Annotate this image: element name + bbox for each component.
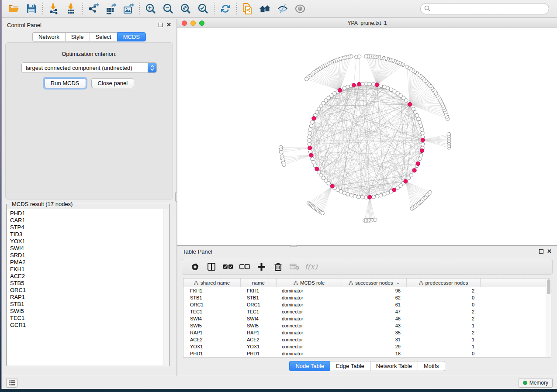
clone-network-icon[interactable]	[239, 1, 256, 16]
mcds-result-item[interactable]: RAP1	[10, 294, 169, 301]
mcds-result-item[interactable]: SRD1	[10, 252, 169, 259]
zoom-out-icon[interactable]	[159, 1, 177, 16]
cell-MCDS-role: dominator	[277, 295, 342, 300]
mcds-result-group: MCDS result (17 nodes) PHD1CAR1STP4TID3Y…	[6, 204, 170, 366]
export-network-icon[interactable]	[85, 1, 102, 16]
table-scrollbar-thumb[interactable]	[547, 279, 550, 294]
cell-shared-name: FKH1	[183, 288, 241, 293]
table-row[interactable]: PHD1PHD1dominator180	[183, 350, 551, 357]
column-header-name[interactable]: name	[241, 279, 277, 287]
function-builder-icon[interactable]: f(x)	[303, 260, 319, 273]
settings-gear-icon[interactable]	[187, 260, 203, 273]
mcds-result-item[interactable]: FKH1	[10, 266, 169, 273]
network-graph[interactable]	[177, 28, 557, 245]
mcds-result-list[interactable]: PHD1CAR1STP4TID3YOX1SWI4SRD1PMA2FKH1ACE2…	[7, 209, 169, 365]
table-row[interactable]: TEC1TEC1connector472	[183, 308, 551, 315]
cell-predecessor-nodes: 1	[407, 344, 481, 349]
mcds-result-item[interactable]: CAR1	[10, 217, 169, 224]
close-panel-icon[interactable]: ✕	[166, 23, 171, 27]
column-header-predecessor-nodes[interactable]: predecessor nodes	[407, 279, 481, 287]
add-column-icon[interactable]	[253, 260, 270, 273]
tab-motifs[interactable]: Motifs	[418, 361, 445, 371]
tab-style[interactable]: Style	[65, 32, 90, 41]
close-table-panel-icon[interactable]: ✕	[547, 249, 552, 254]
table-row[interactable]: RAP1RAP1dominator352	[183, 329, 551, 336]
delete-table-icon[interactable]	[286, 260, 303, 273]
cell-successor-nodes: 47	[342, 309, 407, 314]
mcds-result-item[interactable]: PHD1	[10, 210, 169, 217]
network-window-titlebar[interactable]: YPA_prune.txt_1	[177, 19, 557, 28]
open-file-icon[interactable]	[5, 1, 23, 16]
zoom-selected-icon[interactable]	[194, 1, 212, 16]
search-input[interactable]	[420, 3, 549, 14]
table-row[interactable]: SWI4SWI4dominator462	[183, 315, 551, 322]
mcds-result-item[interactable]: SWI5	[10, 308, 169, 315]
mcds-result-item[interactable]: ACE2	[10, 273, 169, 280]
mcds-result-item[interactable]: ORC1	[10, 287, 169, 294]
hide-panel-icon[interactable]	[274, 1, 291, 16]
network-overview-icon[interactable]	[256, 1, 274, 16]
cell-successor-nodes: 31	[342, 337, 407, 342]
network-canvas[interactable]	[177, 28, 557, 245]
export-image-icon[interactable]	[120, 1, 137, 16]
table-row[interactable]: FKH1FKH1dominator962	[183, 287, 551, 294]
column-header-shared-name[interactable]: shared name	[183, 279, 241, 287]
tab-network[interactable]: Network	[32, 32, 65, 41]
tab-select[interactable]: Select	[90, 32, 117, 41]
import-network-icon[interactable]	[45, 1, 62, 16]
export-table-icon[interactable]	[102, 1, 120, 16]
close-panel-button[interactable]: Close panel	[91, 78, 135, 88]
table-row[interactable]: ORC1ORC1dominator610	[183, 301, 551, 308]
tab-network-table[interactable]: Network Table	[370, 361, 418, 371]
cell-predecessor-nodes: 0	[407, 351, 481, 356]
cell-successor-nodes: 29	[342, 344, 407, 349]
zoom-fit-icon[interactable]	[177, 1, 194, 16]
column-header-successor-nodes[interactable]: successor nodes⌄	[342, 279, 407, 287]
run-mcds-button[interactable]: Run MCDS	[44, 78, 86, 88]
table-row[interactable]: STB1STB1dominator620	[183, 294, 551, 301]
refresh-layout-icon[interactable]	[217, 1, 234, 16]
import-table-icon[interactable]	[62, 1, 80, 16]
float-table-panel-icon[interactable]	[539, 249, 543, 254]
columns-icon[interactable]	[203, 260, 220, 273]
tab-mcds[interactable]: MCDS	[117, 32, 146, 41]
optimization-criterion-select[interactable]: largest connected component (undirected)	[21, 62, 157, 73]
toolbar-separator	[236, 3, 237, 15]
table-row[interactable]: SWI5SWI5connector431	[183, 322, 551, 329]
memory-button[interactable]: Memory	[519, 378, 553, 388]
cell-name: YOX1	[241, 344, 277, 349]
show-panel-icon[interactable]	[291, 1, 309, 16]
mcds-result-item[interactable]: TID3	[10, 231, 169, 238]
memory-label: Memory	[529, 380, 548, 386]
network-window-title: YPA_prune.txt_1	[177, 20, 557, 26]
table-row[interactable]: YOX1YOX1connector291	[183, 343, 551, 350]
save-icon[interactable]	[23, 1, 40, 16]
float-panel-icon[interactable]	[159, 23, 163, 27]
mcds-list-scrollbar[interactable]	[163, 209, 169, 365]
mcds-result-item[interactable]: SWI4	[10, 245, 169, 252]
cell-predecessor-nodes: 2	[407, 309, 481, 314]
tab-node-table[interactable]: Node Table	[289, 361, 330, 371]
mcds-result-item[interactable]: STB5	[10, 280, 169, 287]
cell-shared-name: SWI5	[183, 323, 241, 328]
node-table: shared namenameMCDS rolesuccessor nodes⌄…	[183, 278, 551, 358]
mcds-result-item[interactable]: PMA2	[10, 259, 169, 266]
table-splitter-grip[interactable]	[290, 245, 297, 247]
table-toolbar: f(x)	[182, 259, 553, 275]
mcds-result-item[interactable]: STP4	[10, 224, 169, 231]
select-all-icon[interactable]	[220, 260, 236, 273]
mcds-result-item[interactable]: GCR1	[10, 322, 169, 329]
table-scrollbar[interactable]	[546, 279, 551, 357]
mcds-result-item[interactable]: TEC1	[10, 315, 169, 322]
mcds-result-item[interactable]: STB1	[10, 301, 169, 308]
task-history-icon[interactable]	[6, 378, 17, 388]
delete-icon[interactable]	[270, 260, 286, 273]
column-header-MCDS-role[interactable]: MCDS role	[277, 279, 342, 287]
deselect-all-icon[interactable]	[236, 260, 253, 273]
cell-predecessor-nodes: 1	[407, 337, 481, 342]
mcds-result-item[interactable]: YOX1	[10, 238, 169, 245]
tab-edge-table[interactable]: Edge Table	[330, 361, 370, 371]
table-row[interactable]: ACE2ACE2connector311	[183, 336, 551, 343]
node-table-body: FKH1FKH1dominator962STB1STB1dominator620…	[183, 287, 551, 357]
zoom-in-icon[interactable]	[142, 1, 159, 16]
